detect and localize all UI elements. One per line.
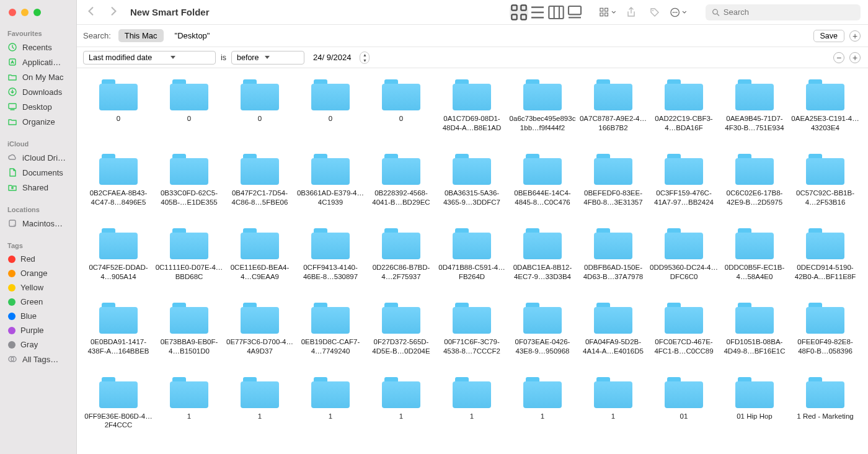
- back-button[interactable]: [87, 7, 95, 18]
- folder-item[interactable]: 0B47F2C1-7D54-4C86-8…5FBE06: [224, 154, 295, 207]
- folder-item[interactable]: 0C1111E0-D07E-4…BBD68C: [154, 228, 224, 282]
- share-button[interactable]: [622, 5, 640, 20]
- folder-item[interactable]: 0FEE0F49-82E8-48F0-B…058396: [790, 303, 861, 356]
- folder-item[interactable]: 0C6C02E6-17B8-42E9-B…2D5975: [719, 154, 790, 207]
- date-stepper[interactable]: ▲▼: [360, 51, 370, 64]
- folder-item[interactable]: 0D471B88-C591-4…FB264D: [436, 228, 507, 282]
- sidebar-item[interactable]: Organize: [0, 114, 76, 129]
- column-view-button[interactable]: [547, 5, 565, 20]
- folder-item[interactable]: 0DD95360-DC24-4…DFC6C0: [649, 228, 719, 282]
- scope-desktop[interactable]: "Desktop": [169, 29, 216, 42]
- search-field[interactable]: [706, 4, 861, 20]
- folder-item[interactable]: 1: [154, 377, 224, 430]
- file-grid-area[interactable]: 000000A1C7D69-08D1-48D4-A…B8E1AD0a6c73be…: [77, 68, 868, 454]
- folder-item[interactable]: 0F27D372-565D-4D5E-B…0D204E: [366, 303, 436, 356]
- folder-item[interactable]: 0B2CFAEA-8B43-4C47-8…8496E5: [83, 154, 154, 207]
- minimize-window[interactable]: [21, 9, 29, 16]
- sidebar-item[interactable]: Red: [0, 252, 76, 266]
- group-by-button[interactable]: [599, 5, 616, 20]
- sidebar-item[interactable]: Recents: [0, 40, 76, 55]
- remove-criteria-button[interactable]: −: [833, 52, 844, 63]
- folder-item[interactable]: 0B228392-4568-4041-B…BD29EC: [366, 154, 436, 207]
- folder-item[interactable]: 0CE11E6D-BEA4-4…C9EAA9: [224, 228, 295, 282]
- scope-this-mac[interactable]: This Mac: [118, 29, 164, 42]
- gallery-view-button[interactable]: [565, 5, 584, 20]
- folder-item[interactable]: 00F71C6F-3C79-4538-8…7CCCF2: [436, 303, 507, 356]
- sidebar-item[interactable]: Green: [0, 295, 76, 309]
- folder-item[interactable]: 0DDC0B5F-EC1B-4…58A4E0: [719, 228, 790, 282]
- sidebar-item[interactable]: iCloud Dri…: [0, 150, 76, 165]
- folder-item[interactable]: 0AEA25E3-C191-4…43203E4: [790, 79, 861, 133]
- folder-item[interactable]: 0: [224, 79, 295, 133]
- folder-item[interactable]: 0E0BDA91-1417-438F-A…164BBEB: [83, 303, 154, 356]
- folder-item[interactable]: 0DECD914-5190-42B0-A…BF11E8F: [790, 228, 861, 282]
- icon-view-button[interactable]: [510, 5, 528, 20]
- save-search-button[interactable]: Save: [813, 30, 845, 42]
- folder-item[interactable]: 1: [578, 377, 649, 430]
- sidebar-item[interactable]: Orange: [0, 266, 76, 280]
- folder-item[interactable]: 0C74F52E-DDAD-4…905A14: [83, 228, 154, 282]
- sidebar-item[interactable]: Blue: [0, 309, 76, 323]
- sidebar-item-all-tags[interactable]: All Tags…: [0, 352, 76, 367]
- folder-icon: [594, 303, 632, 334]
- folder-item[interactable]: 0FF9E36E-B06D-4…2F4CCC: [83, 377, 154, 430]
- folder-item[interactable]: 0E77F3C6-D700-4…4A9D37: [224, 303, 295, 356]
- folder-item[interactable]: 01: [649, 377, 719, 430]
- folder-item[interactable]: 0A7C8787-A9E2-4…166B7B2: [578, 79, 649, 133]
- sidebar-item[interactable]: Downloads: [0, 84, 76, 99]
- sidebar-item[interactable]: Macintos…: [0, 216, 76, 231]
- folder-item[interactable]: 0FD1051B-08BA-4D49-8…BF16E1C: [719, 303, 790, 356]
- sidebar-item[interactable]: Gray: [0, 337, 76, 352]
- forward-button[interactable]: [109, 7, 118, 18]
- folder-item[interactable]: 01 Hip Hop: [719, 377, 790, 430]
- folder-item[interactable]: 1: [366, 377, 436, 430]
- folder-item[interactable]: 1: [507, 377, 578, 430]
- folder-item[interactable]: 0BEFEDF0-83EE-4FB0-8…3E31357: [578, 154, 649, 207]
- sidebar-item[interactable]: Documents: [0, 165, 76, 180]
- action-button[interactable]: [670, 5, 687, 20]
- folder-item[interactable]: 0F073EAE-0426-43E8-9…950968: [507, 303, 578, 356]
- folder-item[interactable]: 0D226C86-B7BD-4…2F75937: [366, 228, 436, 282]
- folder-item[interactable]: 0: [154, 79, 224, 133]
- folder-item[interactable]: 0CFF9413-4140-46BE-8…530897: [295, 228, 366, 282]
- sidebar-item[interactable]: On My Mac: [0, 69, 76, 84]
- criteria-comparator-select[interactable]: before: [231, 51, 304, 65]
- folder-item[interactable]: 0DBFB6AD-150E-4D63-B…37A7978: [578, 228, 649, 282]
- folder-item[interactable]: 0: [366, 79, 436, 133]
- folder-item[interactable]: 0FC0E7CD-467E-4FC1-B…C0CC89: [649, 303, 719, 356]
- folder-item[interactable]: 0: [295, 79, 366, 133]
- folder-item[interactable]: 0AD22C19-CBF3-4…BDA16F: [649, 79, 719, 133]
- folder-item[interactable]: 0BEB644E-14C4-4845-8…C0C476: [507, 154, 578, 207]
- folder-item[interactable]: 0a6c73bec495e893c1bb…f9f444f2: [507, 79, 578, 133]
- folder-item[interactable]: 1: [295, 377, 366, 430]
- tag-button[interactable]: [646, 5, 663, 20]
- close-window[interactable]: [9, 9, 16, 16]
- criteria-date-field[interactable]: 24/ 9/2024: [309, 51, 355, 63]
- add-criteria-row-button[interactable]: +: [849, 52, 861, 63]
- folder-item[interactable]: 0EB19D8C-CAF7-4…7749240: [295, 303, 366, 356]
- sidebar-item[interactable]: Purple: [0, 323, 76, 337]
- list-view-button[interactable]: [528, 5, 547, 20]
- folder-item[interactable]: 0C3FF159-476C-41A7-97…BB2424: [649, 154, 719, 207]
- folder-item[interactable]: 1: [436, 377, 507, 430]
- sidebar-item[interactable]: Yellow: [0, 280, 76, 295]
- folder-item[interactable]: 0DABC1EA-8B12-4EC7-9…33D3B4: [507, 228, 578, 282]
- search-input[interactable]: [724, 7, 854, 17]
- criteria-attribute-select[interactable]: Last modified date: [83, 51, 216, 65]
- folder-item[interactable]: 0E73BBA9-EB0F-4…B1501D0: [154, 303, 224, 356]
- folder-item[interactable]: 0: [83, 79, 154, 133]
- folder-item[interactable]: 0BA36315-5A36-4365-9…3DDFC7: [436, 154, 507, 207]
- sidebar-item[interactable]: Desktop: [0, 99, 76, 114]
- folder-item[interactable]: 0B33C0FD-62C5-405B-…E1DE355: [154, 154, 224, 207]
- folder-item[interactable]: 1 Red - Marketing: [790, 377, 861, 430]
- add-criteria-button[interactable]: +: [849, 30, 861, 42]
- folder-item[interactable]: 0AEA9B45-71D7-4F30-B…751E934: [719, 79, 790, 133]
- folder-item[interactable]: 0FA04FA9-5D2B-4A14-A…E4016D5: [578, 303, 649, 356]
- sidebar-item[interactable]: Shared: [0, 180, 76, 195]
- folder-item[interactable]: 0A1C7D69-08D1-48D4-A…B8E1AD: [436, 79, 507, 133]
- sidebar-item[interactable]: Applicati…: [0, 55, 76, 69]
- folder-item[interactable]: 0C57C92C-BB1B-4…2F53B16: [790, 154, 861, 207]
- fullscreen-window[interactable]: [33, 9, 41, 16]
- folder-item[interactable]: 0B3661AD-E379-4…4C1939: [295, 154, 366, 207]
- folder-item[interactable]: 1: [224, 377, 295, 430]
